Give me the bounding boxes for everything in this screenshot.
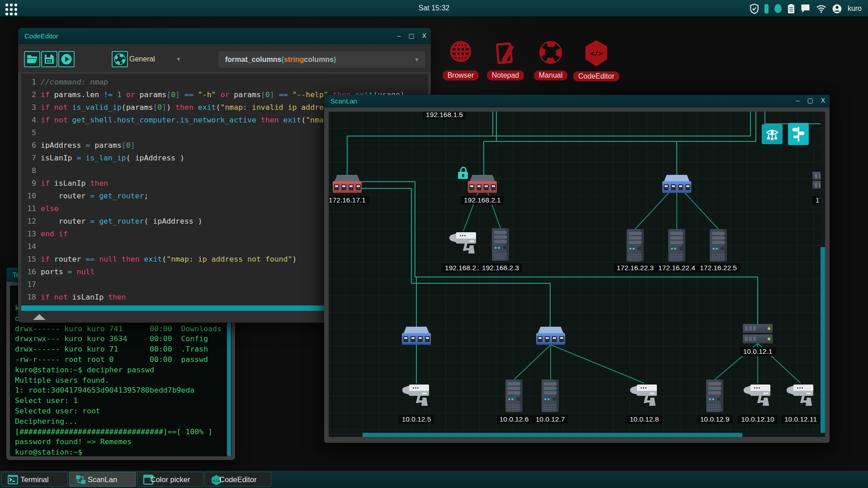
device-ip-label: 10.0.12.6 [496, 415, 532, 424]
apps-menu-icon[interactable] [4, 2, 17, 15]
device-ip-label: 172.16.22.5 [697, 263, 740, 272]
status-dot-icon[interactable] [774, 4, 782, 13]
chat-bubble-icon[interactable] [801, 4, 810, 13]
scanlan-titlebar[interactable]: ScanLan – ▢ X [324, 95, 830, 108]
device-ip-label: 10.0.12.9 [697, 415, 733, 424]
device-ip-label: 172.16.22.3 [613, 263, 657, 272]
clipboard-icon[interactable] [788, 4, 795, 14]
taskbar-item-scanlan[interactable]: ScanLan [69, 472, 136, 487]
taskbar-item-color-picker[interactable]: Color picker [137, 472, 203, 487]
map-hscrollbar[interactable] [329, 433, 825, 437]
expand-console-icon[interactable] [33, 314, 46, 320]
desktop-icon-label: CodeEditor [573, 71, 619, 81]
taskbar: TerminalScanLanColor picker</>CodeEditor [0, 471, 868, 488]
camera-device[interactable] [630, 383, 658, 408]
user-voice-icon[interactable] [832, 4, 842, 14]
terminal-line: password found! => Rememes [15, 437, 222, 447]
scanlan-window: ScanLan – ▢ X 192.168.1.5172.16.17.1192.… [324, 95, 830, 443]
switch-device[interactable] [402, 327, 431, 345]
wifi-icon[interactable] [816, 5, 826, 13]
taskbar-item-label: Color picker [137, 475, 203, 484]
api-browser-button[interactable] [112, 51, 128, 67]
terminal-line: Select user: 1 [15, 396, 222, 406]
desktop-icon-label: Notepad [487, 70, 524, 80]
computer-device[interactable] [706, 380, 723, 412]
terminal-line: [################################]==[ 10… [15, 427, 222, 437]
router-device[interactable] [333, 175, 362, 193]
map-vscrollbar[interactable] [821, 112, 825, 437]
terminal-scrollbar[interactable] [227, 323, 231, 456]
svg-text:</>: </> [590, 50, 602, 58]
device-ip-label: 10.0.12.7 [533, 415, 568, 424]
device-ip-label: 10.0.12.8 [627, 415, 662, 424]
run-script-button[interactable] [58, 51, 75, 67]
taskbar-item-terminal[interactable]: Terminal [1, 472, 68, 487]
desktop-icon-codeeditor[interactable]: </>CodeEditor [569, 39, 623, 81]
computer-device[interactable] [710, 229, 727, 262]
desktop-icon-label: Manual [534, 70, 567, 80]
device-ip-label: 172.16.22.4 [655, 263, 698, 272]
desktop-icon-label: Browser [443, 70, 479, 80]
function-name: format_columns [225, 56, 281, 64]
close-button[interactable]: X [422, 32, 426, 39]
lock-icon [458, 167, 469, 179]
battery-pill-icon[interactable] [764, 4, 769, 14]
router-device[interactable] [468, 175, 497, 193]
device-ip-label: 10.0.12.5 [399, 415, 434, 424]
maximize-button[interactable]: ▢ [807, 97, 813, 104]
minimize-button[interactable]: – [796, 97, 800, 104]
taskbar-item-codeeditor[interactable]: </>CodeEditor [205, 472, 271, 487]
computer-device[interactable] [542, 380, 559, 412]
category-dropdown[interactable]: General ▼ [129, 51, 181, 67]
system-tray: kuro [750, 0, 862, 17]
computer-device[interactable] [627, 229, 644, 262]
shield-check-icon[interactable] [750, 4, 759, 14]
device-ip-label: 10.0.12.1 [740, 347, 776, 356]
code-editor-titlebar[interactable]: CodeEditor – ▢ X [18, 28, 431, 44]
computer-device[interactable] [492, 228, 509, 261]
category-value: General [129, 55, 155, 63]
terminal-line: kuro@station:~$ decipher passwd [15, 365, 222, 375]
desktop: Sat 15:32 kuro BrowserNotepadManual</>Co… [0, 0, 868, 488]
device-ip-label: 10.0.12.11 [781, 415, 820, 424]
camera-device[interactable] [449, 231, 477, 255]
terminal-line: 1: root:3d041794653d9041395780bedd7b9eda [15, 385, 222, 396]
minimize-button[interactable]: – [397, 32, 401, 39]
camera-device[interactable] [744, 383, 772, 408]
terminal-line: kuro@station:~$ [15, 447, 222, 456]
server-device[interactable] [743, 324, 773, 345]
taskbar-item-label: ScanLan [70, 475, 135, 484]
terminal-line: drwx------ kuro kuro 71 00:00 .Trash [15, 344, 222, 355]
camera-device[interactable] [787, 383, 815, 408]
maximize-button[interactable]: ▢ [408, 32, 414, 39]
scan-network-button[interactable] [762, 124, 783, 144]
chevron-down-icon: ▼ [414, 56, 420, 63]
device-ip-label: 192.168.2.1 [461, 196, 504, 205]
save-file-button[interactable] [41, 51, 57, 67]
computer-device[interactable] [668, 229, 685, 262]
taskbar-item-label: Terminal [2, 475, 67, 484]
hex-code-icon: </> [569, 39, 623, 70]
username: kuro [848, 5, 862, 13]
scanlan-title: ScanLan [330, 97, 357, 105]
camera-device[interactable] [402, 383, 430, 408]
switch-device[interactable] [536, 327, 565, 345]
terminal-line: Deciphering... [15, 417, 222, 427]
network-map[interactable]: 192.168.1.5172.16.17.1192.168.2.1192.168… [329, 112, 825, 437]
function-dropdown[interactable]: format_columns ( string columns ) ▼ [218, 51, 425, 68]
computer-device[interactable] [505, 380, 523, 412]
terminal-line: -rw-r----- root root 0 00:00 passwd [15, 355, 222, 365]
open-file-button[interactable] [24, 51, 40, 67]
code-editor-toolbar: General ▼ format_columns ( string column… [18, 44, 431, 72]
terminal-line: drwx------ kuro kuro 741 00:00 Downloads [15, 324, 222, 334]
routes-button[interactable] [788, 123, 809, 145]
switch-device[interactable] [662, 175, 691, 193]
param-type: string [284, 56, 304, 64]
chevron-down-icon: ▼ [176, 56, 181, 62]
device-ip-label: 172.16.17.1 [329, 196, 369, 205]
device-ip-label: 192.168.1.5 [423, 112, 466, 119]
taskbar-item-label: CodeEditor [205, 475, 271, 484]
code-line: 1//command: nmap [21, 76, 428, 89]
close-button[interactable]: X [821, 97, 825, 104]
terminal-line: Multiple users found. [15, 375, 222, 386]
